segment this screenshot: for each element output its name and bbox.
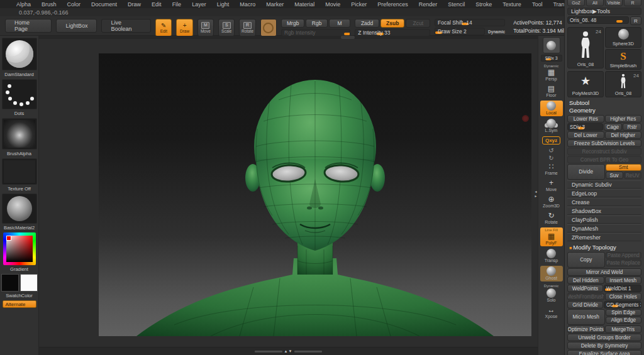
- shelf-move-button[interactable]: +Move: [540, 178, 563, 193]
- tool-thumb-polymesh3d[interactable]: ★ PolyMesh3D: [567, 71, 604, 97]
- subtool-header[interactable]: Subtool: [567, 97, 641, 107]
- slider-sdiv-3[interactable]: SDiv 3: [567, 123, 603, 131]
- dynamic-mode-label[interactable]: Dynamic: [488, 30, 505, 34]
- current-material-thumb[interactable]: [2, 194, 37, 224]
- secondary-color-swatch[interactable]: [20, 274, 38, 292]
- button-delete-by-symmetry[interactable]: Delete By Symmetry: [567, 342, 641, 349]
- shelf-xpose-button[interactable]: ↔Xpose: [540, 305, 563, 320]
- live-boolean-button[interactable]: Live Boolean: [101, 19, 151, 33]
- zcut-button[interactable]: Zcut: [406, 19, 430, 28]
- menu-item-edit[interactable]: Edit: [152, 1, 162, 8]
- button-copy[interactable]: Copy: [567, 252, 605, 268]
- tool-thumb-simplebrush[interactable]: S SimpleBrush: [605, 49, 641, 70]
- lightbox-tools-bar[interactable]: Lightbox▶Tools: [567, 8, 641, 15]
- button-insert-mesh[interactable]: Insert Mesh: [605, 276, 642, 284]
- header-modify-topology[interactable]: ■Modify Topology: [567, 242, 641, 251]
- menu-item-preferences[interactable]: Preferences: [377, 1, 408, 8]
- button-grid-divide[interactable]: Grid Divide: [567, 301, 603, 309]
- top-button-r[interactable]: R: [624, 0, 641, 6]
- button-higher-res[interactable]: Higher Res: [605, 115, 642, 123]
- viewport[interactable]: ▲▼: [39, 36, 538, 355]
- menu-item-stencil[interactable]: Stencil: [448, 1, 465, 8]
- shelf-gyro-left-button[interactable]: ↺: [540, 147, 563, 154]
- top-button-goz[interactable]: GoZ: [567, 0, 585, 6]
- section-zremesher[interactable]: ZRemesher: [567, 233, 641, 241]
- menu-item-draw[interactable]: Draw: [128, 1, 141, 8]
- menu-item-material[interactable]: Material: [294, 1, 314, 8]
- button-paste-replace[interactable]: Paste Replace: [606, 259, 642, 266]
- button-freeze-subdivision-levels[interactable]: Freeze SubDivision Levels: [567, 139, 641, 147]
- button-weldpoints[interactable]: WeldPoints: [567, 285, 603, 292]
- draw-button[interactable]: + Draw: [176, 19, 192, 36]
- sculpt-model[interactable]: [99, 53, 531, 336]
- menu-item-brush[interactable]: Brush: [42, 1, 57, 8]
- button-del-hidden[interactable]: Del Hidden: [567, 276, 604, 284]
- shelf-frame-button[interactable]: ∷Frame: [540, 162, 563, 177]
- lightbox-button[interactable]: LightBox: [56, 19, 97, 33]
- main-color-swatch[interactable]: [1, 274, 19, 292]
- button-rstr[interactable]: Rstr: [623, 123, 641, 131]
- tool-thumb-current[interactable]: 24 Oris_08: [567, 27, 604, 68]
- menu-item-stroke[interactable]: Stroke: [475, 1, 492, 8]
- menu-item-layer[interactable]: Layer: [192, 1, 206, 8]
- button-paste-append[interactable]: Paste Append: [606, 252, 642, 259]
- menu-item-color[interactable]: Color: [67, 1, 81, 8]
- document-area[interactable]: [99, 53, 531, 336]
- mrgb-button[interactable]: Mrgb: [281, 19, 304, 28]
- top-button-all[interactable]: All: [586, 0, 604, 6]
- zadd-button[interactable]: Zadd: [355, 19, 379, 28]
- menu-item-tool[interactable]: Tool: [532, 1, 543, 8]
- menu-item-alpha[interactable]: Alpha: [16, 1, 31, 8]
- rotate-button[interactable]: R Rotate: [239, 19, 255, 36]
- menu-item-marker[interactable]: Marker: [266, 1, 284, 8]
- record-indicator-icon[interactable]: [522, 115, 529, 122]
- home-page-button[interactable]: Home Page: [5, 19, 52, 33]
- menu-item-texture[interactable]: Texture: [502, 1, 521, 8]
- draw-size-slider[interactable]: Draw Size 2: [435, 28, 485, 35]
- shelf-local-button[interactable]: Local: [540, 101, 563, 116]
- button-align-edge[interactable]: Align Edge: [606, 317, 642, 324]
- color-picker[interactable]: [3, 232, 36, 265]
- button-close-holes[interactable]: Close Holes: [605, 293, 642, 300]
- rgb-button[interactable]: Rgb: [306, 19, 327, 28]
- shelf-zoom3d-button[interactable]: ⊕Zoom3D: [540, 195, 563, 209]
- button-mergetris[interactable]: MergeTris: [605, 325, 642, 333]
- menu-item-document[interactable]: Document: [91, 1, 117, 8]
- section-dynamesh[interactable]: DynaMesh: [567, 224, 641, 232]
- current-material-swatch[interactable]: [260, 19, 277, 36]
- shelf-transp-button[interactable]: Transp: [540, 248, 563, 264]
- section-claypolish[interactable]: ClayPolish: [567, 216, 641, 224]
- current-brush-thumb[interactable]: [2, 38, 37, 70]
- button-del-higher[interactable]: Del Higher: [605, 131, 642, 139]
- button-optimize-points[interactable]: Optimize Points: [567, 325, 604, 333]
- top-tray-handle[interactable]: [341, 36, 355, 39]
- shelf-persp-button[interactable]: Dynamic▦Persp: [540, 63, 563, 82]
- slider-welddist-1[interactable]: WeldDist 1: [604, 285, 641, 292]
- shelf-solo-button[interactable]: DynamicSolo: [540, 283, 563, 303]
- menu-item-macro[interactable]: Macro: [240, 1, 255, 8]
- focal-shift-slider[interactable]: Focal Shift -14: [435, 19, 505, 26]
- current-alpha-thumb[interactable]: [2, 118, 37, 150]
- button-mirror-and-weld[interactable]: Mirror And Weld: [567, 268, 641, 276]
- menu-item-light[interactable]: Light: [217, 1, 230, 8]
- scale-button[interactable]: S Scale: [218, 19, 235, 36]
- geometry-header[interactable]: Geometry: [567, 107, 641, 114]
- button-reconstruct-subdiv[interactable]: Reconstruct Subdiv: [567, 148, 641, 155]
- active-tool-slider[interactable]: Oris_08. 48: [567, 16, 629, 24]
- tool-thumb-oris08[interactable]: 24 Oris_08: [605, 71, 641, 97]
- shelf-polyf-button[interactable]: Line Fill▦PolyF: [540, 227, 563, 246]
- menu-item-movie[interactable]: Movie: [325, 1, 340, 8]
- r-button[interactable]: R: [630, 16, 641, 25]
- section-shadowbox[interactable]: ShadowBox: [567, 207, 641, 215]
- move-button[interactable]: M Move: [197, 19, 214, 36]
- button-cage[interactable]: Cage: [604, 123, 623, 131]
- menu-item-picker[interactable]: Picker: [351, 1, 367, 8]
- tool-thumb-sphere3d[interactable]: Sphere3D: [605, 27, 641, 48]
- alternate-button[interactable]: Alternate: [3, 300, 36, 308]
- shelf-floor-button[interactable]: ▤Floor: [540, 84, 563, 99]
- bottom-tray-handle[interactable]: ▲▼: [255, 349, 323, 353]
- shelf-qxyz-button[interactable]: Qxyz: [540, 136, 563, 145]
- shelf-lsym-button[interactable]: L.Sym: [540, 118, 563, 134]
- shelf-rotate-button[interactable]: ↻Rotate: [540, 211, 563, 226]
- m-button[interactable]: M: [329, 19, 350, 28]
